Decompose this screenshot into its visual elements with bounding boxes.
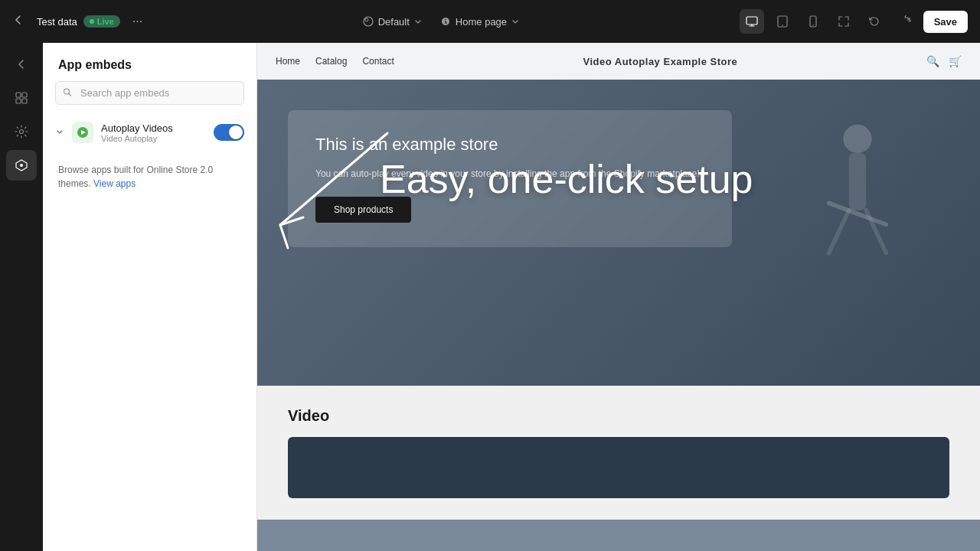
app-subtitle: Video Autoplay xyxy=(101,134,206,143)
hero-card: This is an example store You can auto-pl… xyxy=(288,110,732,247)
svg-rect-8 xyxy=(16,99,21,103)
nav-catalog: Catalog xyxy=(315,56,347,67)
main-content: App embeds xyxy=(0,43,980,551)
svg-point-5 xyxy=(812,24,814,26)
store-nav-links: Home Catalog Contact xyxy=(276,56,394,67)
store-video-section: Video xyxy=(257,386,980,520)
topbar-center-controls: Default Home page xyxy=(155,16,727,28)
search-input[interactable] xyxy=(55,81,244,105)
store-nav-icons: 🔍 🛒 xyxy=(926,55,962,67)
panel-title: App embeds xyxy=(43,43,256,81)
default-selector[interactable]: Default xyxy=(363,16,422,28)
hero-card-description: You can auto-play every video in your st… xyxy=(315,167,704,181)
nav-home: Home xyxy=(276,56,300,67)
fullscreen-button[interactable] xyxy=(831,9,856,34)
more-options-button[interactable]: ··· xyxy=(132,15,142,28)
chevron-down-icon xyxy=(55,127,64,138)
app-item-info: Autoplay Videos Video Autoplay xyxy=(101,122,206,143)
live-label: Live xyxy=(97,17,114,26)
app-embeds-panel: App embeds xyxy=(43,43,257,551)
save-button[interactable]: Save xyxy=(923,11,968,33)
sidebar-apps-button[interactable] xyxy=(6,150,37,181)
svg-rect-9 xyxy=(22,99,27,103)
app-title: Autoplay Videos xyxy=(101,122,206,134)
svg-point-0 xyxy=(364,17,373,26)
topbar-right-controls: Save xyxy=(740,9,968,34)
live-badge: Live xyxy=(83,15,120,28)
svg-rect-6 xyxy=(16,93,21,97)
tablet-view-button[interactable] xyxy=(770,9,795,34)
search-container xyxy=(55,81,244,105)
store-content: Home Catalog Contact Video Autoplay Exam… xyxy=(257,43,980,551)
video-thumbnail xyxy=(288,437,949,498)
topbar-back-button[interactable] xyxy=(12,14,24,30)
svg-point-13 xyxy=(64,89,70,94)
store-title: Video Autoplay Example Store xyxy=(583,56,737,67)
sidebar-nav-back[interactable] xyxy=(6,49,37,80)
svg-point-10 xyxy=(20,130,24,134)
shop-products-button[interactable]: Shop products xyxy=(315,197,411,223)
mobile-view-button[interactable] xyxy=(801,9,825,34)
live-dot xyxy=(90,19,94,24)
hero-content: This is an example store You can auto-pl… xyxy=(288,110,949,247)
store-cart-icon: 🛒 xyxy=(949,55,962,67)
sidebar-sections-button[interactable] xyxy=(6,83,37,113)
hero-card-title: This is an example store xyxy=(315,135,704,155)
nav-contact: Contact xyxy=(362,56,394,67)
app-icon xyxy=(72,122,93,143)
svg-point-3 xyxy=(782,24,783,26)
default-label: Default xyxy=(378,16,410,28)
app-toggle[interactable] xyxy=(214,124,244,141)
page-selector[interactable]: Home page xyxy=(440,16,519,28)
store-hero: This is an example store You can auto-pl… xyxy=(257,80,980,386)
autoplay-videos-item[interactable]: Autoplay Videos Video Autoplay xyxy=(43,114,256,151)
video-section-title: Video xyxy=(288,407,949,425)
store-navbar: Home Catalog Contact Video Autoplay Exam… xyxy=(257,43,980,80)
svg-rect-7 xyxy=(22,93,27,97)
icon-sidebar xyxy=(0,43,43,551)
topbar: Test data Live ··· Default Home page xyxy=(0,0,980,43)
svg-point-12 xyxy=(20,164,23,167)
redo-button[interactable] xyxy=(893,9,917,34)
search-icon xyxy=(63,87,72,99)
svg-rect-1 xyxy=(746,17,757,24)
desktop-view-button[interactable] xyxy=(740,9,764,34)
topbar-store-info: Test data Live xyxy=(37,15,120,28)
store-preview: Home Catalog Contact Video Autoplay Exam… xyxy=(257,43,980,551)
page-label: Home page xyxy=(456,16,507,28)
sidebar-settings-button[interactable] xyxy=(6,116,37,147)
store-name-label: Test data xyxy=(37,16,77,28)
panel-footer: Browse apps built for Online Store 2.0 t… xyxy=(43,151,256,203)
view-apps-link[interactable]: View apps xyxy=(93,178,136,189)
store-search-icon: 🔍 xyxy=(926,55,939,67)
undo-button[interactable] xyxy=(862,9,887,34)
